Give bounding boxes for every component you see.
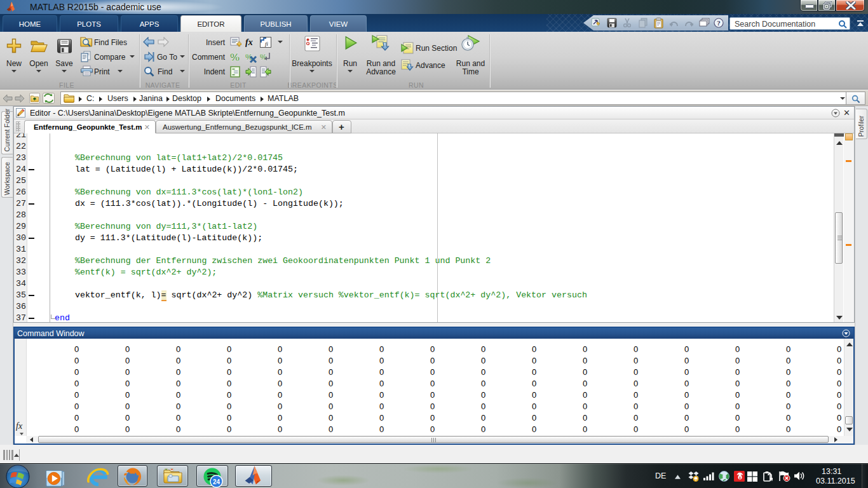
svg-text:24: 24 — [213, 478, 220, 485]
svg-text:?: ? — [717, 19, 721, 27]
svg-text:fx: fx — [245, 37, 253, 47]
svg-text:fi: fi — [265, 41, 269, 47]
svg-text:%: % — [230, 51, 240, 63]
svg-text:%: % — [260, 53, 267, 62]
